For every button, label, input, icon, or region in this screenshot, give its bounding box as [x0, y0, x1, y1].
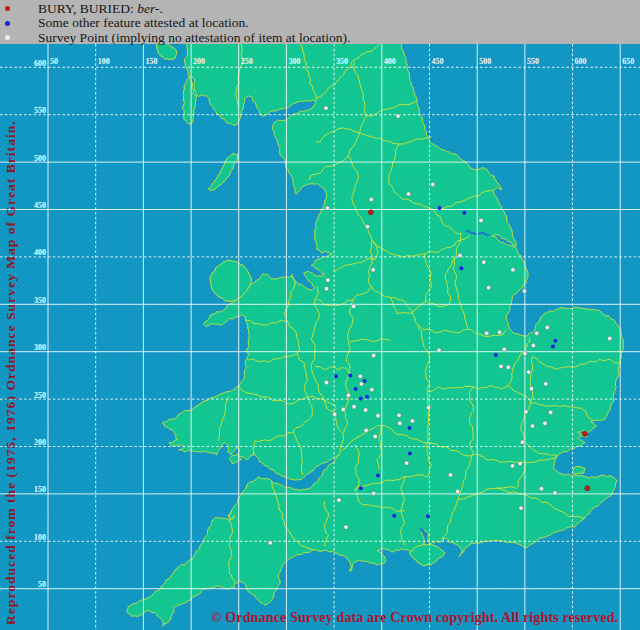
grid-label-left: 150 — [34, 485, 46, 494]
grid-label-top: 550 — [527, 57, 539, 66]
survey-point — [325, 206, 329, 210]
survey-point — [397, 413, 401, 417]
source-caption: Reproduced from the (1975, 1976) Ordnanc… — [3, 120, 19, 625]
grid-label-top: 500 — [479, 57, 491, 66]
legend-label-text: BURY, BURIED: — [38, 1, 137, 16]
survey-point — [404, 461, 408, 465]
blue-dot-icon — [5, 21, 10, 26]
legend-label: Survey Point (implying no attestation of… — [38, 31, 350, 45]
survey-point — [369, 197, 373, 201]
legend-item-other-feature: Some other feature attested at location. — [0, 16, 640, 30]
legend-label-italic: ber- — [137, 1, 159, 16]
survey-point — [511, 268, 515, 272]
legend-label: BURY, BURIED: ber-. — [38, 2, 163, 16]
bury-point — [582, 431, 587, 436]
other-feature-point — [426, 514, 430, 518]
legend: BURY, BURIED: ber-. Some other feature a… — [0, 0, 640, 44]
grid-label-left: 400 — [34, 248, 46, 257]
survey-point — [396, 114, 400, 118]
grid-label-top: 450 — [432, 57, 444, 66]
survey-point — [337, 498, 341, 502]
survey-point — [522, 289, 526, 293]
survey-point — [510, 464, 514, 468]
grid-label-top: 150 — [145, 57, 157, 66]
survey-point — [372, 491, 376, 495]
copyright-notice: © Ordnance Survey data are Crown copyrig… — [211, 609, 618, 626]
survey-point — [352, 405, 356, 409]
survey-point — [524, 410, 528, 414]
survey-point — [497, 330, 501, 334]
survey-point — [485, 331, 489, 335]
grid-label-left: 350 — [34, 296, 46, 305]
grid-label-left: 300 — [34, 343, 46, 352]
grid-label-top: 650 — [622, 57, 634, 66]
other-feature-point — [376, 473, 380, 477]
survey-point — [371, 268, 375, 272]
grid-label-left: 600 — [34, 59, 46, 68]
survey-point — [530, 424, 534, 428]
other-feature-point — [494, 353, 498, 357]
survey-point — [358, 374, 362, 378]
survey-point — [455, 489, 459, 493]
survey-point — [479, 218, 483, 222]
grid-label-left: 500 — [34, 154, 46, 163]
survey-point — [486, 286, 490, 290]
other-feature-point — [408, 452, 412, 456]
survey-point — [506, 365, 510, 369]
other-feature-point — [459, 266, 463, 270]
survey-point — [523, 351, 527, 355]
bury-point — [368, 210, 373, 215]
survey-point — [326, 278, 330, 282]
grid-label-top: 400 — [384, 57, 396, 66]
legend-label-tail: . — [159, 1, 162, 16]
survey-point — [363, 408, 367, 412]
legend-item-survey-point: Survey Point (implying no attestation of… — [0, 31, 640, 45]
other-feature-point — [553, 339, 557, 343]
grid-label-top: 350 — [336, 57, 348, 66]
other-feature-point — [359, 486, 363, 490]
other-feature-point — [354, 387, 358, 391]
coastline-island-3 — [573, 466, 585, 474]
survey-point — [324, 287, 328, 291]
survey-point — [426, 405, 430, 409]
dialect-survey-map: 5010015020025030035040045050055060065060… — [0, 0, 640, 630]
other-feature-point — [551, 345, 555, 349]
survey-point — [365, 224, 369, 228]
survey-point — [341, 407, 345, 411]
grid-label-left: 450 — [34, 201, 46, 210]
grid-label-top: 50 — [50, 57, 58, 66]
other-feature-point — [438, 206, 442, 210]
white-dot-icon — [5, 35, 10, 40]
grid-label-top: 200 — [193, 57, 205, 66]
survey-point — [608, 336, 612, 340]
survey-point — [518, 461, 522, 465]
survey-point — [352, 304, 356, 308]
grid-label-top: 250 — [241, 57, 253, 66]
survey-point — [324, 106, 328, 110]
survey-point — [398, 421, 402, 425]
survey-point — [324, 380, 328, 384]
survey-point — [531, 343, 535, 347]
survey-point — [482, 260, 486, 264]
survey-point — [545, 325, 549, 329]
other-feature-point — [348, 373, 352, 377]
other-feature-point — [462, 211, 466, 215]
grid-label-left: 250 — [34, 391, 46, 400]
red-dot-icon — [5, 6, 10, 11]
other-feature-point — [363, 379, 367, 383]
grid-label-top: 600 — [575, 57, 587, 66]
survey-point — [437, 348, 441, 352]
other-feature-point — [334, 374, 338, 378]
survey-point — [519, 506, 523, 510]
survey-point — [344, 525, 348, 529]
other-feature-point — [408, 426, 412, 430]
legend-label-text: Survey Point (implying no attestation of… — [38, 30, 350, 45]
survey-point — [548, 410, 552, 414]
survey-point — [364, 428, 368, 432]
survey-point — [373, 434, 377, 438]
survey-point — [346, 393, 350, 397]
grid-label-left: 200 — [34, 438, 46, 447]
survey-point — [543, 421, 547, 425]
grid-label-left: 550 — [34, 106, 46, 115]
survey-point — [544, 382, 548, 386]
